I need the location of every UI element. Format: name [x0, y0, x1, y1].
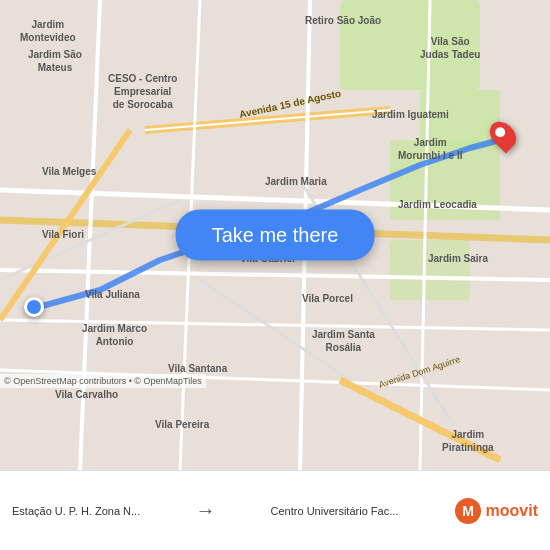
label-jardim-piratininga: JardimPiratininga [442, 428, 494, 454]
label-jardim-santa-rosalia: Jardim SantaRosália [312, 328, 375, 354]
bottom-bar: Estação U. P. H. Zona N... → Centro Univ… [0, 470, 550, 550]
label-jardim-morumbi: JardimMorumbi I e II [398, 136, 462, 162]
label-retiro-sao-joao: Retiro São João [305, 14, 381, 27]
origin-marker [24, 297, 44, 317]
label-jardim-sao-mateus: Jardim SãoMateus [28, 48, 82, 74]
svg-text:M: M [462, 503, 474, 519]
label-vila-sao-judas: Vila SãoJudas Tadeu [420, 35, 480, 61]
svg-line-18 [0, 130, 130, 320]
label-jardim-maria: Jardim Maria [265, 175, 327, 188]
label-vila-juliana: Vila Juliana [85, 288, 140, 301]
label-vila-melges: Vila Melges [42, 165, 96, 178]
moovit-brand-name: moovit [486, 502, 538, 520]
svg-rect-3 [390, 240, 470, 300]
svg-line-16 [200, 280, 350, 380]
svg-line-19 [340, 380, 500, 460]
label-vila-carvalho: Vila Carvalho [55, 388, 118, 401]
label-vila-fiori: Vila Fiori [42, 228, 84, 241]
svg-rect-0 [340, 0, 480, 90]
label-ceso: CESO - CentroEmpresarialde Sorocaba [108, 72, 177, 111]
label-jardim-marco-antonio: Jardim MarcoAntonio [82, 322, 147, 348]
label-vila-pereira: Vila Pereira [155, 418, 209, 431]
moovit-logo-icon: M [454, 497, 482, 525]
svg-rect-2 [390, 140, 500, 220]
take-me-there-button[interactable]: Take me there [176, 210, 375, 261]
svg-line-14 [420, 0, 430, 470]
svg-line-9 [0, 320, 550, 330]
moovit-logo: M moovit [454, 497, 538, 525]
svg-line-8 [0, 270, 550, 280]
svg-text:Avenida Dom Aguirre: Avenida Dom Aguirre [378, 354, 462, 390]
svg-line-6 [0, 190, 550, 210]
label-jardim-montevideo: JardimMontevideo [20, 18, 76, 44]
label-jardim-iguatemi: Jardim Iguatemi [372, 108, 449, 121]
destination-station-name: Centro Universitário Fac... [271, 505, 399, 517]
svg-line-5 [145, 110, 390, 130]
map-attribution: © OpenStreetMap contributors • © OpenMap… [0, 374, 206, 388]
svg-line-15 [0, 200, 180, 280]
label-jardim-leocadia: Jardim Leocadia [398, 198, 477, 211]
label-vila-porcel: Vila Porcel [302, 292, 353, 305]
label-jardim-saira: Jardim Saira [428, 252, 488, 265]
svg-text:Avenida 15 de Agosto: Avenida 15 de Agosto [238, 88, 342, 120]
svg-line-11 [80, 0, 100, 470]
svg-rect-1 [420, 90, 500, 150]
map-container: Avenida 15 de Agosto Rua G... Avenida Do… [0, 0, 550, 470]
direction-arrow-icon: → [195, 499, 215, 522]
origin-station-name: Estação U. P. H. Zona N... [12, 505, 140, 517]
svg-line-4 [145, 110, 390, 130]
destination-marker [492, 120, 514, 150]
